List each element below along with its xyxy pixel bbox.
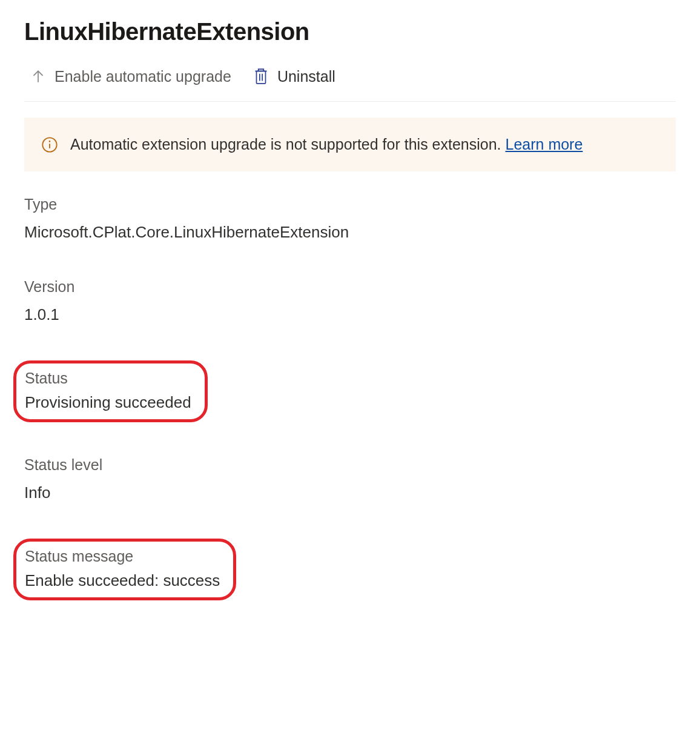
svg-rect-1 — [256, 71, 265, 83]
field-type-value: Microsoft.CPlat.Core.LinuxHibernateExten… — [24, 223, 676, 242]
field-version-value: 1.0.1 — [24, 305, 676, 324]
field-version: Version 1.0.1 — [24, 278, 676, 324]
toolbar: Enable automatic upgrade Uninstall — [24, 64, 676, 102]
field-type-label: Type — [24, 196, 676, 213]
field-status-message-label: Status message — [25, 548, 220, 565]
info-bar: Automatic extension upgrade is not suppo… — [24, 118, 676, 171]
trash-icon — [253, 67, 269, 85]
learn-more-link[interactable]: Learn more — [506, 136, 583, 153]
field-status-message-value: Enable succeeded: success — [25, 571, 220, 590]
enable-automatic-upgrade-label: Enable automatic upgrade — [54, 68, 231, 85]
info-bar-text: Automatic extension upgrade is not suppo… — [70, 136, 583, 153]
arrow-up-icon — [30, 68, 46, 84]
uninstall-label: Uninstall — [277, 68, 335, 85]
field-status-level-value: Info — [24, 483, 676, 502]
field-type: Type Microsoft.CPlat.Core.LinuxHibernate… — [24, 196, 676, 242]
field-status-label: Status — [25, 370, 191, 387]
field-status-level: Status level Info — [24, 456, 676, 502]
extension-detail-page: LinuxHibernateExtension Enable automatic… — [0, 0, 700, 730]
uninstall-button[interactable]: Uninstall — [253, 67, 335, 85]
field-status-wrap: Status Provisioning succeeded — [24, 360, 676, 422]
field-status-highlight: Status Provisioning succeeded — [13, 360, 208, 422]
info-bar-message: Automatic extension upgrade is not suppo… — [70, 136, 501, 153]
page-title: LinuxHibernateExtension — [24, 18, 676, 45]
field-status-message-highlight: Status message Enable succeeded: success — [13, 539, 236, 600]
field-status-level-label: Status level — [24, 456, 676, 474]
field-status-value: Provisioning succeeded — [25, 393, 191, 412]
info-icon — [41, 136, 58, 153]
field-status-message-wrap: Status message Enable succeeded: success — [24, 539, 676, 600]
enable-automatic-upgrade-button[interactable]: Enable automatic upgrade — [30, 68, 231, 85]
field-version-label: Version — [24, 278, 676, 296]
svg-point-6 — [49, 141, 51, 142]
